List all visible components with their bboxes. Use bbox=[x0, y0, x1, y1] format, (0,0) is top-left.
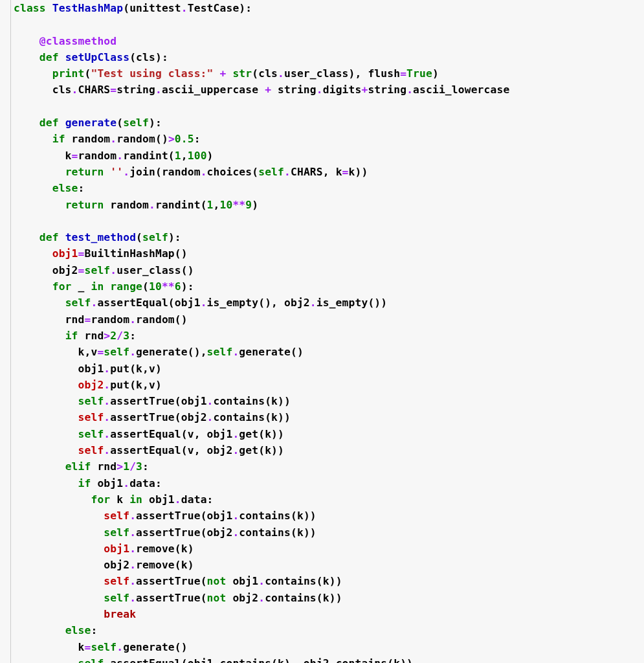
code-token bbox=[14, 657, 78, 663]
code-token bbox=[14, 510, 104, 522]
code-line: self.assertEqual(obj1.contains(k), obj2.… bbox=[14, 655, 644, 663]
code-token: random() bbox=[117, 133, 168, 145]
code-line: obj2=self.user_class() bbox=[14, 262, 644, 278]
code-token: return bbox=[65, 166, 104, 178]
code-token: contains(k)) bbox=[265, 592, 342, 604]
code-token: 9 bbox=[245, 199, 252, 211]
code-token: data: bbox=[181, 493, 214, 506]
code-line bbox=[14, 213, 644, 229]
code-token: = bbox=[110, 84, 117, 96]
code-token: . bbox=[104, 444, 110, 456]
code-token: BuiltinHashMap() bbox=[84, 247, 187, 260]
code-token: random bbox=[104, 199, 149, 211]
code-token: for bbox=[91, 493, 110, 506]
code-token: generate(), bbox=[136, 346, 206, 358]
code-token bbox=[14, 117, 39, 129]
code-token: obj1 bbox=[104, 543, 129, 555]
code-token: self bbox=[142, 231, 168, 243]
code-token: string bbox=[368, 84, 406, 96]
code-token: obj2 bbox=[78, 379, 104, 391]
code-token: assertTrue(obj2 bbox=[110, 411, 206, 423]
code-token: . bbox=[232, 510, 239, 522]
code-line bbox=[14, 98, 644, 115]
code-token bbox=[46, 2, 52, 14]
code-token: in bbox=[91, 280, 104, 293]
code-token: get(k)) bbox=[239, 428, 284, 440]
code-token bbox=[59, 51, 65, 63]
code-token: def bbox=[39, 231, 59, 243]
code-token: . bbox=[91, 297, 97, 309]
code-token: = bbox=[72, 150, 78, 162]
code-token: contains(k)) bbox=[336, 657, 413, 663]
code-token bbox=[14, 166, 65, 178]
code-line: @classmethod bbox=[14, 33, 644, 49]
code-line: class TestHashMap(unittest.TestCase): bbox=[14, 0, 644, 16]
code-token: 10 bbox=[149, 280, 162, 293]
code-line: if obj1.data: bbox=[14, 475, 644, 491]
code-line: def test_method(self): bbox=[14, 229, 644, 245]
code-token: rnd bbox=[78, 330, 104, 342]
code-line: obj2.remove(k) bbox=[14, 557, 644, 573]
code-token: 0.5 bbox=[175, 133, 194, 145]
code-token: elif bbox=[65, 460, 91, 473]
code-token: self bbox=[78, 395, 104, 407]
code-token: = bbox=[78, 264, 85, 276]
code-token: (unittest bbox=[123, 2, 181, 14]
code-token: def bbox=[39, 51, 59, 63]
code-token bbox=[14, 35, 39, 47]
code-token: . bbox=[129, 543, 136, 555]
code-token: ): bbox=[181, 280, 194, 293]
code-token: . bbox=[117, 150, 123, 162]
code-token bbox=[14, 526, 104, 539]
code-token: . bbox=[129, 510, 136, 522]
code-token: generate() bbox=[239, 346, 304, 358]
code-token bbox=[14, 280, 52, 293]
code-token: randint( bbox=[123, 150, 175, 162]
code-token: 1 bbox=[175, 150, 181, 162]
code-token: is_empty()) bbox=[316, 297, 387, 309]
code-token: 3 bbox=[136, 460, 142, 473]
code-token: obj1 bbox=[52, 247, 78, 260]
code-token: . bbox=[278, 67, 284, 80]
code-token: . bbox=[149, 199, 155, 211]
code-line: self.assertTrue(obj1.contains(k)) bbox=[14, 508, 644, 524]
code-token: . bbox=[316, 84, 323, 96]
code-token: contains(k)) bbox=[214, 395, 291, 407]
code-token bbox=[14, 428, 78, 440]
code-token: assertTrue( bbox=[136, 592, 206, 604]
code-token: . bbox=[329, 657, 336, 663]
code-token: self bbox=[123, 117, 149, 129]
code-token: . bbox=[129, 559, 136, 571]
code-token: in bbox=[129, 493, 142, 506]
code-token: : bbox=[194, 133, 201, 145]
code-token: 3 bbox=[123, 330, 129, 342]
code-token: break bbox=[104, 608, 136, 620]
code-token: is_empty(), obj2 bbox=[207, 297, 310, 309]
code-token: print bbox=[52, 67, 85, 80]
code-token: . bbox=[214, 657, 220, 663]
code-token: range bbox=[110, 280, 142, 293]
code-token: put(k,v) bbox=[110, 363, 162, 375]
code-token: . bbox=[104, 657, 110, 663]
code-token: self bbox=[104, 346, 129, 358]
code-token: TestCase): bbox=[188, 2, 252, 14]
code-token: ( bbox=[136, 231, 142, 243]
code-token: / bbox=[117, 330, 123, 342]
code-token: ) bbox=[207, 150, 214, 162]
code-token: str bbox=[232, 67, 252, 80]
code-token bbox=[14, 330, 65, 342]
code-token: ** bbox=[232, 199, 245, 211]
code-token: 6 bbox=[175, 280, 181, 293]
code-token: random bbox=[91, 313, 129, 326]
code-token bbox=[14, 379, 78, 391]
code-token: self bbox=[78, 657, 104, 663]
code-token: . bbox=[104, 363, 110, 375]
code-token: if bbox=[52, 133, 65, 145]
code-token: = bbox=[97, 346, 104, 358]
code-token: . bbox=[129, 575, 136, 587]
code-token bbox=[14, 543, 104, 555]
code-token: assertTrue(obj1 bbox=[110, 395, 206, 407]
code-token: "Test using class:" bbox=[91, 67, 213, 80]
code-token: . bbox=[181, 2, 188, 14]
code-token: = bbox=[342, 166, 349, 178]
